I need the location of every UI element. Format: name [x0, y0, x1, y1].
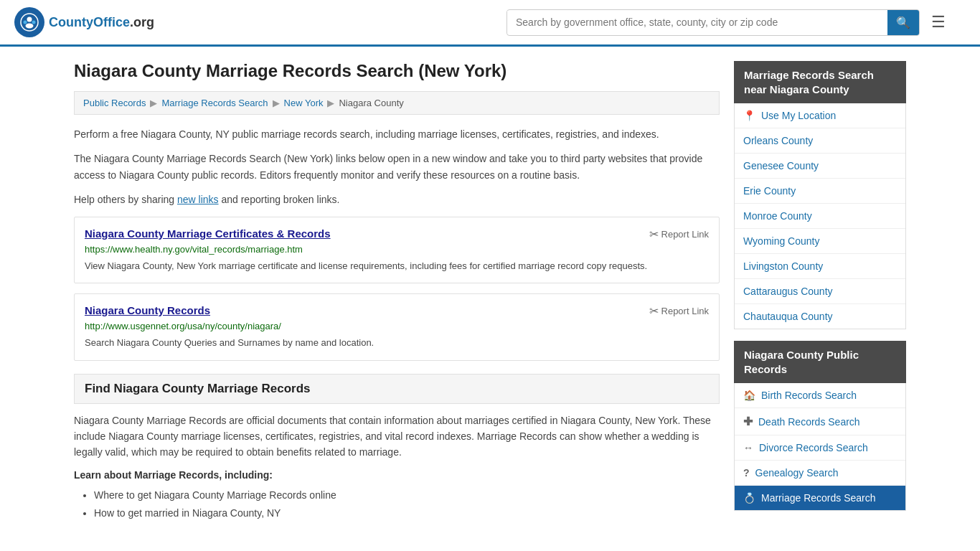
sidebar-county-cattaraugus[interactable]: Cattaraugus County: [735, 279, 905, 304]
chautauqua-county-link[interactable]: Chautauqua County: [743, 311, 833, 322]
result-title-1[interactable]: Niagara County Marriage Certificates & R…: [85, 227, 331, 240]
sidebar-county-genesee[interactable]: Genesee County: [735, 154, 905, 179]
result-desc-1: View Niagara County, New York marriage c…: [85, 259, 709, 273]
marriage-records-icon: 💍: [743, 492, 755, 504]
intro-paragraph-1: Perform a free Niagara County, NY public…: [74, 126, 720, 142]
result-title-2[interactable]: Niagara County Records: [85, 304, 210, 316]
find-section-text: Niagara County Marriage Records are offi…: [74, 413, 720, 461]
breadcrumb-link-marriage-records[interactable]: Marriage Records Search: [161, 98, 268, 108]
main-content: Niagara County Marriage Records Search (…: [74, 61, 720, 522]
death-records-icon: ✚: [743, 415, 753, 428]
search-input[interactable]: [507, 11, 887, 34]
sidebar-county-wyoming[interactable]: Wyoming County: [735, 229, 905, 254]
search-area: 🔍 ☰: [507, 9, 951, 36]
svg-point-1: [27, 17, 32, 22]
sidebar-nearby-title: Marriage Records Searchnear Niagara Coun…: [734, 61, 906, 103]
svg-point-2: [26, 24, 34, 29]
location-icon: 📍: [743, 110, 755, 121]
divorce-records-icon: ↔: [743, 442, 753, 453]
sidebar-county-erie[interactable]: Erie County: [735, 179, 905, 204]
breadcrumb: Public Records ▶ Marriage Records Search…: [74, 91, 720, 115]
wyoming-county-link[interactable]: Wyoming County: [743, 235, 819, 247]
report-link-1[interactable]: ✂ Report Link: [649, 227, 709, 241]
report-link-2[interactable]: ✂ Report Link: [649, 304, 709, 318]
sidebar-nearby-section: Marriage Records Searchnear Niagara Coun…: [734, 61, 906, 329]
new-links-link[interactable]: new links: [177, 194, 219, 205]
search-button[interactable]: 🔍: [887, 10, 919, 35]
sidebar-death-records[interactable]: ✚ Death Records Search: [735, 408, 905, 435]
logo-text: CountyOffice.org: [49, 15, 154, 30]
erie-county-link[interactable]: Erie County: [743, 185, 796, 197]
sidebar-nearby-body: 📍 Use My Location Orleans County Genesee…: [734, 103, 906, 329]
sidebar-public-records-title: Niagara County PublicRecords: [734, 341, 906, 383]
sidebar-county-monroe[interactable]: Monroe County: [735, 204, 905, 229]
sidebar-public-records-section: Niagara County PublicRecords 🏠 Birth Rec…: [734, 341, 906, 511]
marriage-records-link[interactable]: Marriage Records Search: [761, 492, 876, 504]
death-records-link[interactable]: Death Records Search: [758, 416, 860, 428]
breadcrumb-link-new-york[interactable]: New York: [284, 98, 324, 108]
cattaraugus-county-link[interactable]: Cattaraugus County: [743, 286, 833, 297]
sidebar-use-my-location[interactable]: 📍 Use My Location: [735, 103, 905, 128]
learn-heading: Learn about Marriage Records, including:: [74, 469, 720, 481]
divorce-records-link[interactable]: Divorce Records Search: [759, 442, 868, 453]
intro-paragraph-3: Help others by sharing new links and rep…: [74, 192, 720, 207]
monroe-county-link[interactable]: Monroe County: [743, 210, 812, 222]
menu-button[interactable]: ☰: [925, 10, 951, 34]
breadcrumb-link-public-records[interactable]: Public Records: [83, 98, 146, 108]
result-url-2[interactable]: http://www.usgennet.org/usa/ny/county/ni…: [85, 321, 709, 331]
sidebar-nearby-title-text: Marriage Records Searchnear Niagara Coun…: [744, 69, 874, 95]
use-my-location-link[interactable]: Use My Location: [761, 110, 836, 121]
sidebar-public-records-title-text: Niagara County PublicRecords: [744, 349, 859, 375]
genealogy-link[interactable]: Genealogy Search: [755, 467, 839, 479]
intro-paragraph-2: The Niagara County Marriage Records Sear…: [74, 151, 720, 183]
breadcrumb-current: Niagara County: [339, 98, 403, 108]
sidebar-county-chautauqua[interactable]: Chautauqua County: [735, 304, 905, 329]
svg-point-3: [24, 21, 27, 24]
livingston-county-link[interactable]: Livingston County: [743, 260, 823, 272]
result-desc-2: Search Niagara County Queries and Surnam…: [85, 336, 709, 350]
svg-point-4: [32, 21, 36, 24]
sidebar-county-livingston[interactable]: Livingston County: [735, 254, 905, 279]
sidebar: Marriage Records Searchnear Niagara Coun…: [734, 61, 906, 522]
logo-icon: [14, 7, 44, 37]
result-card-1: Niagara County Marriage Certificates & R…: [74, 217, 720, 284]
genesee-county-link[interactable]: Genesee County: [743, 160, 819, 171]
learn-bullets: Where to get Niagara County Marriage Rec…: [74, 486, 720, 522]
sidebar-marriage-records[interactable]: 💍 Marriage Records Search: [735, 486, 905, 510]
orleans-county-link[interactable]: Orleans County: [743, 135, 813, 146]
logo[interactable]: CountyOffice.org: [14, 7, 154, 37]
sidebar-county-orleans[interactable]: Orleans County: [735, 128, 905, 154]
sidebar-public-records-body: 🏠 Birth Records Search ✚ Death Records S…: [734, 383, 906, 511]
bullet-item-1: Where to get Niagara County Marriage Rec…: [94, 486, 720, 504]
birth-records-link[interactable]: Birth Records Search: [761, 390, 857, 401]
bullet-item-2: How to get married in Niagara County, NY: [94, 504, 720, 522]
sidebar-birth-records[interactable]: 🏠 Birth Records Search: [735, 383, 905, 408]
sidebar-genealogy[interactable]: ? Genealogy Search: [735, 461, 905, 486]
genealogy-icon: ?: [743, 467, 750, 479]
birth-records-icon: 🏠: [743, 390, 755, 401]
sidebar-divorce-records[interactable]: ↔ Divorce Records Search: [735, 435, 905, 461]
result-url-1[interactable]: https://www.health.ny.gov/vital_records/…: [85, 244, 709, 255]
search-bar: 🔍: [507, 9, 920, 36]
page-title: Niagara County Marriage Records Search (…: [74, 61, 720, 81]
find-section-heading: Find Niagara County Marriage Records: [74, 374, 720, 404]
result-card-2: Niagara County Records ✂ Report Link htt…: [74, 293, 720, 361]
